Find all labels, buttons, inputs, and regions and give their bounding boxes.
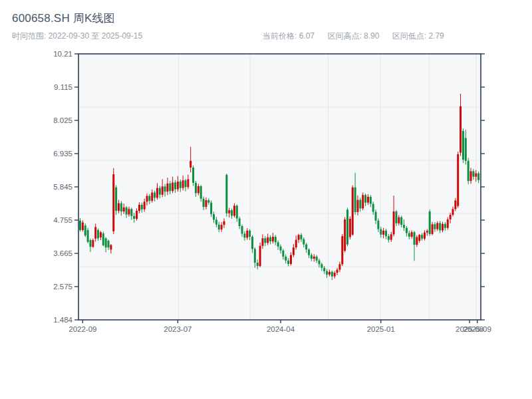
- candle-down: [282, 251, 284, 257]
- candle-down: [154, 193, 156, 198]
- candle-down: [434, 224, 436, 229]
- candle-down: [184, 180, 186, 187]
- y-tick-label: 5.845: [53, 183, 72, 191]
- y-tick-label: 3.665: [53, 249, 72, 257]
- candle-down: [257, 263, 259, 266]
- kline-chart: 10.219.1158.0256.9355.8454.7553.6652.575…: [0, 0, 532, 399]
- candle-down: [241, 226, 243, 233]
- candle-down: [115, 188, 117, 211]
- candle-down: [254, 249, 256, 263]
- candle-down: [285, 257, 287, 261]
- candle-up: [267, 237, 269, 243]
- candle-up: [382, 231, 384, 235]
- candle-down: [477, 174, 479, 180]
- candle-up: [259, 246, 261, 266]
- candle-up: [205, 200, 207, 207]
- candle-up: [367, 197, 369, 203]
- candle-down: [264, 238, 266, 243]
- candle-down: [444, 224, 446, 228]
- candle-down: [87, 230, 89, 242]
- candle-down: [414, 232, 416, 245]
- candle-up: [475, 174, 477, 177]
- y-tick-label: 8.025: [53, 116, 72, 124]
- candle-up: [344, 219, 346, 251]
- y-tick-label: 10.21: [53, 50, 72, 58]
- candle-down: [287, 261, 289, 264]
- candle-up: [341, 236, 343, 264]
- candle-down: [84, 225, 86, 235]
- candle-up: [172, 182, 174, 191]
- candle-up: [390, 234, 392, 239]
- candle-up: [118, 203, 120, 211]
- candle-up: [110, 245, 112, 249]
- y-tick-label: 6.935: [53, 150, 72, 158]
- candle-up: [334, 273, 336, 277]
- candle-up: [454, 200, 456, 209]
- candle-up: [450, 215, 452, 219]
- candle-down: [395, 211, 397, 223]
- candle-down: [275, 237, 277, 242]
- candle-down: [462, 131, 464, 160]
- candle-down: [380, 229, 382, 235]
- candle-down: [251, 237, 253, 249]
- plot-background: [78, 54, 481, 320]
- candle-down: [236, 205, 238, 218]
- y-tick-label: 2.575: [53, 283, 72, 291]
- candle-up: [92, 240, 94, 247]
- candle-down: [126, 207, 128, 215]
- candle-down: [159, 188, 161, 195]
- candle-down: [120, 203, 122, 211]
- candle-down: [169, 184, 171, 191]
- candle-down: [326, 271, 328, 275]
- candle-down: [133, 216, 135, 219]
- candle-up: [138, 205, 140, 211]
- candle-up: [246, 231, 248, 238]
- candle-down: [215, 219, 217, 224]
- y-tick-label: 9.115: [54, 83, 72, 91]
- x-tick-label: 2024-04: [267, 325, 295, 333]
- candle-up: [233, 205, 235, 215]
- candle-down: [467, 161, 469, 181]
- candle-down: [323, 268, 325, 271]
- kline-page: 600658.SH 周K线图 时间范围: 2022-09-30 至 2025-0…: [0, 0, 532, 399]
- candle-down: [400, 217, 402, 225]
- candle-down: [429, 211, 431, 234]
- candle-up: [156, 188, 158, 198]
- candle-down: [148, 196, 150, 201]
- candle-up: [261, 238, 263, 245]
- candle-down: [377, 221, 379, 229]
- candle-up: [295, 240, 297, 247]
- candle-down: [421, 235, 423, 239]
- candle-up: [416, 237, 418, 244]
- candle-down: [130, 209, 132, 216]
- candle-down: [213, 214, 215, 219]
- candle-down: [321, 264, 323, 268]
- candle-up: [146, 196, 148, 202]
- candle-up: [426, 231, 428, 232]
- candle-up: [144, 201, 146, 209]
- y-tick-label: 4.755: [53, 216, 72, 224]
- candle-up: [112, 174, 114, 231]
- candle-down: [277, 242, 279, 246]
- candle-down: [303, 239, 305, 245]
- candle-up: [313, 257, 315, 259]
- candle-up: [411, 232, 413, 237]
- candle-down: [79, 221, 81, 230]
- candle-up: [349, 219, 351, 237]
- candle-up: [338, 264, 340, 269]
- x-tick-label: 2025-01: [367, 325, 395, 333]
- candle-down: [439, 223, 441, 230]
- candle-down: [305, 245, 307, 250]
- candle-up: [187, 179, 189, 187]
- candle-up: [452, 209, 454, 215]
- candle-up: [398, 217, 400, 223]
- candle-up: [228, 210, 230, 213]
- candle-down: [331, 272, 333, 277]
- candle-down: [207, 200, 209, 203]
- candle-up: [442, 224, 444, 231]
- candle-up: [190, 161, 192, 168]
- candle-up: [177, 182, 179, 189]
- candle-up: [290, 255, 292, 264]
- candle-up: [418, 235, 420, 241]
- candle-down: [164, 186, 166, 192]
